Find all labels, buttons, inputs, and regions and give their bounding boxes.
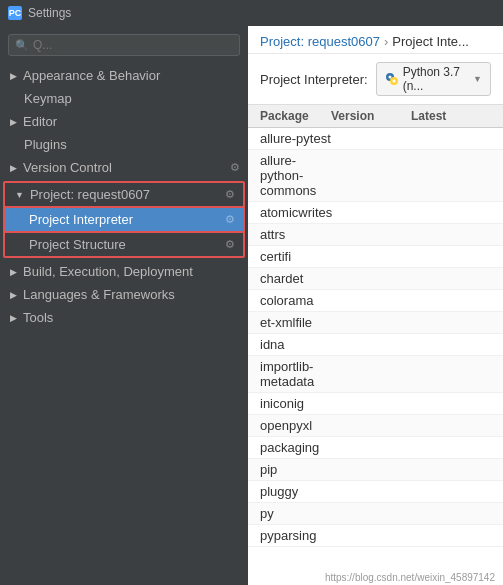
package-name: iniconig	[260, 396, 331, 411]
table-row[interactable]: colorama	[248, 290, 503, 312]
sidebar-item-languages[interactable]: ▶ Languages & Frameworks	[0, 283, 248, 306]
package-latest	[411, 462, 491, 477]
package-version	[331, 528, 411, 543]
breadcrumb: Project: request0607 › Project Inte...	[248, 26, 503, 54]
package-latest	[411, 249, 491, 264]
breadcrumb-part1[interactable]: Project: request0607	[260, 34, 380, 49]
sidebar-item-label: Project Interpreter	[29, 212, 133, 227]
table-row[interactable]: pluggy	[248, 481, 503, 503]
table-row[interactable]: openpyxl	[248, 415, 503, 437]
package-latest	[411, 153, 491, 198]
package-version	[331, 359, 411, 389]
chevron-down-icon: ▼	[15, 190, 24, 200]
title-bar: PC Settings	[0, 0, 503, 26]
package-version	[331, 337, 411, 352]
sidebar-item-tools[interactable]: ▶ Tools	[0, 306, 248, 329]
main-layout: 🔍 ▶ Appearance & Behavior Keymap ▶ Edito…	[0, 26, 503, 585]
sidebar-item-plugins[interactable]: Plugins	[0, 133, 248, 156]
package-latest	[411, 528, 491, 543]
table-row[interactable]: idna	[248, 334, 503, 356]
package-latest	[412, 205, 491, 220]
package-version	[331, 249, 411, 264]
sidebar-item-label: Languages & Frameworks	[23, 287, 175, 302]
chevron-right-icon: ▶	[10, 117, 17, 127]
chevron-right-icon: ▶	[10, 290, 17, 300]
app-icon: PC	[8, 6, 22, 20]
package-latest	[411, 315, 491, 330]
chevron-down-icon: ▼	[473, 74, 482, 84]
sidebar-item-keymap[interactable]: Keymap	[0, 87, 248, 110]
package-name: chardet	[260, 271, 331, 286]
sidebar-item-label: Tools	[23, 310, 53, 325]
package-latest	[411, 271, 491, 286]
package-name: attrs	[260, 227, 331, 242]
package-name: allure-python-commons	[260, 153, 331, 198]
settings-icon: ⚙	[225, 213, 235, 226]
package-latest	[411, 484, 491, 499]
sidebar-item-label: Version Control	[23, 160, 112, 175]
sidebar-item-version-control[interactable]: ▶ Version Control ⚙	[0, 156, 248, 179]
sidebar-item-editor[interactable]: ▶ Editor	[0, 110, 248, 133]
package-version	[331, 462, 411, 477]
search-box[interactable]: 🔍	[8, 34, 240, 56]
table-row[interactable]: allure-python-commons	[248, 150, 503, 202]
table-row[interactable]: importlib-metadata	[248, 356, 503, 393]
package-version	[331, 293, 411, 308]
package-version	[331, 227, 411, 242]
package-name: openpyxl	[260, 418, 331, 433]
package-version	[331, 153, 411, 198]
sidebar-item-label: Appearance & Behavior	[23, 68, 160, 83]
package-latest	[411, 418, 491, 433]
package-name: certifi	[260, 249, 331, 264]
table-row[interactable]: packaging	[248, 437, 503, 459]
package-version	[331, 418, 411, 433]
sidebar-item-label: Project: request0607	[30, 187, 150, 202]
table-row[interactable]: et-xmlfile	[248, 312, 503, 334]
table-row[interactable]: attrs	[248, 224, 503, 246]
sidebar-item-project[interactable]: ▼ Project: request0607 ⚙	[5, 183, 243, 206]
interpreter-row: Project Interpreter: Python 3.7 (n... ▼	[248, 54, 503, 104]
package-name: et-xmlfile	[260, 315, 331, 330]
package-version	[332, 205, 411, 220]
sidebar: 🔍 ▶ Appearance & Behavior Keymap ▶ Edito…	[0, 26, 248, 585]
package-name: idna	[260, 337, 331, 352]
col-header-latest: Latest	[411, 109, 491, 123]
package-latest	[411, 337, 491, 352]
project-section: ▼ Project: request0607 ⚙ Project Interpr…	[3, 181, 245, 258]
package-latest	[411, 293, 491, 308]
package-version	[331, 396, 411, 411]
sidebar-item-appearance[interactable]: ▶ Appearance & Behavior	[0, 64, 248, 87]
sidebar-item-project-interpreter[interactable]: Project Interpreter ⚙	[3, 206, 245, 233]
package-version	[331, 484, 411, 499]
sidebar-item-label: Editor	[23, 114, 57, 129]
table-row[interactable]: atomicwrites	[248, 202, 503, 224]
package-name: colorama	[260, 293, 331, 308]
table-row[interactable]: certifi	[248, 246, 503, 268]
package-latest	[411, 359, 491, 389]
package-name: pluggy	[260, 484, 331, 499]
sidebar-item-project-structure[interactable]: Project Structure ⚙	[5, 233, 243, 256]
package-list: allure-pytest allure-python-commons atom…	[248, 128, 503, 547]
sidebar-item-build[interactable]: ▶ Build, Execution, Deployment	[0, 260, 248, 283]
settings-icon: ⚙	[230, 161, 240, 174]
table-row[interactable]: chardet	[248, 268, 503, 290]
package-version	[331, 440, 411, 455]
search-input[interactable]	[33, 38, 233, 52]
table-row[interactable]: py	[248, 503, 503, 525]
col-header-package: Package	[260, 109, 331, 123]
package-name: allure-pytest	[260, 131, 331, 146]
package-latest	[411, 227, 491, 242]
table-row[interactable]: pip	[248, 459, 503, 481]
interpreter-selector[interactable]: Python 3.7 (n... ▼	[376, 62, 491, 96]
svg-point-2	[388, 76, 391, 79]
chevron-right-icon: ▶	[10, 163, 17, 173]
package-version	[331, 131, 411, 146]
table-row[interactable]: allure-pytest	[248, 128, 503, 150]
package-name: py	[260, 506, 331, 521]
sidebar-item-label: Keymap	[24, 91, 72, 106]
sidebar-item-label: Project Structure	[29, 237, 126, 252]
table-row[interactable]: pyparsing	[248, 525, 503, 547]
package-latest	[411, 506, 491, 521]
table-row[interactable]: iniconig	[248, 393, 503, 415]
sidebar-item-label: Build, Execution, Deployment	[23, 264, 193, 279]
